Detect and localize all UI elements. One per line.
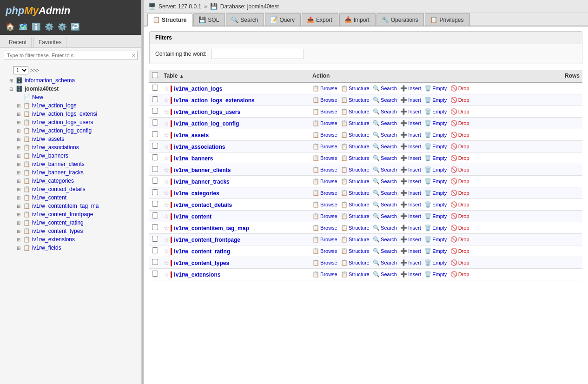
structure-link[interactable]: 📋Structure <box>341 143 370 150</box>
structure-link[interactable]: 📋Structure <box>341 178 370 185</box>
settings-icon[interactable]: ⚙️ <box>45 22 54 31</box>
browse-link[interactable]: 📋Browse <box>312 178 337 185</box>
browse-link[interactable]: 📋Browse <box>312 259 337 266</box>
table-name[interactable]: iv1rw_content_types <box>171 260 229 266</box>
empty-link[interactable]: 🗑️Empty <box>424 166 447 173</box>
home-icon[interactable]: 🏠 <box>6 22 15 31</box>
favorite-star-icon[interactable]: ☆ <box>164 201 169 208</box>
empty-link[interactable]: 🗑️Empty <box>424 225 447 231</box>
drop-link[interactable]: 🚫Drop <box>450 108 469 115</box>
empty-link[interactable]: 🗑️Empty <box>424 201 447 208</box>
browse-link[interactable]: 📋Browse <box>312 132 337 138</box>
structure-link[interactable]: 📋Structure <box>341 271 370 278</box>
drop-link[interactable]: 🚫Drop <box>450 248 469 254</box>
table-name[interactable]: iv1rw_banner_tracks <box>171 179 229 185</box>
tab-sql[interactable]: 💾 SQL <box>193 13 225 26</box>
browse-link[interactable]: 📋Browse <box>312 201 337 208</box>
table-name[interactable]: iv1rw_content_rating <box>171 248 230 255</box>
filter-input[interactable] <box>4 51 138 60</box>
insert-link[interactable]: ➕Insert <box>400 248 421 254</box>
search-link[interactable]: 🔍Search <box>373 85 397 92</box>
insert-link[interactable]: ➕Insert <box>400 225 421 231</box>
row-checkbox[interactable] <box>152 119 158 126</box>
insert-link[interactable]: ➕Insert <box>400 190 421 196</box>
row-checkbox[interactable] <box>152 271 158 277</box>
empty-link[interactable]: 🗑️Empty <box>424 120 447 126</box>
drop-link[interactable]: 🚫Drop <box>450 259 469 266</box>
table-name[interactable]: iv1rw_assets <box>171 132 209 139</box>
sidebar-item-iv1rw_content_frontpage[interactable]: ⊞📋iv1rw_content_frontpage <box>0 210 141 218</box>
structure-link[interactable]: 📋Structure <box>341 85 370 92</box>
row-checkbox[interactable] <box>152 96 158 102</box>
favorite-star-icon[interactable]: ☆ <box>164 225 169 232</box>
row-checkbox[interactable] <box>152 201 158 207</box>
sidebar-item-iv1rw_action_logs[interactable]: ⊞📋iv1rw_action_logs <box>0 101 141 110</box>
row-checkbox[interactable] <box>152 236 158 242</box>
favorite-star-icon[interactable]: ☆ <box>164 166 169 173</box>
empty-link[interactable]: 🗑️Empty <box>424 108 447 115</box>
drop-link[interactable]: 🚫Drop <box>450 178 469 185</box>
table-name[interactable]: iv1rw_content_frontpage <box>171 237 240 243</box>
page-select[interactable]: 1 <box>13 66 28 74</box>
search-link[interactable]: 🔍Search <box>373 166 397 173</box>
empty-link[interactable]: 🗑️Empty <box>424 143 447 150</box>
favorite-star-icon[interactable]: ☆ <box>164 271 169 278</box>
insert-link[interactable]: ➕Insert <box>400 271 421 278</box>
row-checkbox[interactable] <box>152 189 158 195</box>
favorite-star-icon[interactable]: ☆ <box>164 120 169 127</box>
drop-link[interactable]: 🚫Drop <box>450 201 469 208</box>
db-label[interactable]: joomla40test <box>25 86 59 92</box>
insert-link[interactable]: ➕Insert <box>400 143 421 150</box>
info-icon[interactable]: ℹ️ <box>32 22 41 31</box>
row-checkbox[interactable] <box>152 166 158 172</box>
structure-link[interactable]: 📋Structure <box>341 132 370 138</box>
search-link[interactable]: 🔍Search <box>373 201 397 208</box>
sidebar-item-iv1rw_contact_details[interactable]: ⊞📋iv1rw_contact_details <box>0 185 141 193</box>
insert-link[interactable]: ➕Insert <box>400 236 421 243</box>
insert-link[interactable]: ➕Insert <box>400 108 421 115</box>
browse-link[interactable]: 📋Browse <box>312 120 337 126</box>
favorite-star-icon[interactable]: ☆ <box>164 236 169 243</box>
empty-link[interactable]: 🗑️Empty <box>424 132 447 138</box>
table-name[interactable]: iv1rw_contentitem_tag_map <box>171 225 249 232</box>
favorite-star-icon[interactable]: ☆ <box>164 155 169 162</box>
sidebar-item-iv1rw_action_logs_extensi[interactable]: ⊞📋iv1rw_action_logs_extensi <box>0 110 141 118</box>
sidebar-item-iv1rw_banners[interactable]: ⊞📋iv1rw_banners <box>0 152 141 160</box>
insert-link[interactable]: ➕Insert <box>400 166 421 173</box>
browse-link[interactable]: 📋Browse <box>312 97 337 103</box>
sidebar-item-iv1rw_action_logs_users[interactable]: ⊞📋iv1rw_action_logs_users <box>0 118 141 126</box>
structure-link[interactable]: 📋Structure <box>341 108 370 115</box>
search-link[interactable]: 🔍Search <box>373 213 397 219</box>
search-link[interactable]: 🔍Search <box>373 225 397 231</box>
search-link[interactable]: 🔍Search <box>373 190 397 196</box>
browse-link[interactable]: 📋Browse <box>312 225 337 231</box>
search-link[interactable]: 🔍Search <box>373 259 397 266</box>
empty-link[interactable]: 🗑️Empty <box>424 271 447 278</box>
search-link[interactable]: 🔍Search <box>373 248 397 254</box>
favorite-star-icon[interactable]: ☆ <box>164 259 169 266</box>
insert-link[interactable]: ➕Insert <box>400 85 421 92</box>
favorite-star-icon[interactable]: ☆ <box>164 132 169 139</box>
search-link[interactable]: 🔍Search <box>373 120 397 126</box>
row-checkbox[interactable] <box>152 212 158 218</box>
table-name[interactable]: iv1rw_content <box>171 213 211 220</box>
table-name[interactable]: iv1rw_action_logs <box>171 86 222 92</box>
settings2-icon[interactable]: ⚙️ <box>58 22 67 31</box>
browse-link[interactable]: 📋Browse <box>312 143 337 150</box>
insert-link[interactable]: ➕Insert <box>400 259 421 266</box>
filter-clear-icon[interactable]: ✕ <box>132 53 136 59</box>
row-checkbox[interactable] <box>152 131 158 137</box>
table-name[interactable]: iv1rw_contact_details <box>171 202 232 208</box>
row-checkbox[interactable] <box>152 259 158 265</box>
table-name[interactable]: iv1rw_associations <box>171 144 225 150</box>
drop-link[interactable]: 🚫Drop <box>450 85 469 92</box>
favorite-star-icon[interactable]: ☆ <box>164 248 169 255</box>
browse-link[interactable]: 📋Browse <box>312 190 337 196</box>
containing-input[interactable] <box>211 49 304 59</box>
nav-forward[interactable]: >>> <box>30 67 39 73</box>
drop-link[interactable]: 🚫Drop <box>450 271 469 278</box>
empty-link[interactable]: 🗑️Empty <box>424 97 447 103</box>
sidebar-item-iv1rw_fields[interactable]: ⊞📋iv1rw_fields <box>0 244 141 252</box>
sidebar-item-iv1rw_content_types[interactable]: ⊞📋iv1rw_content_types <box>0 227 141 235</box>
structure-link[interactable]: 📋Structure <box>341 120 370 126</box>
